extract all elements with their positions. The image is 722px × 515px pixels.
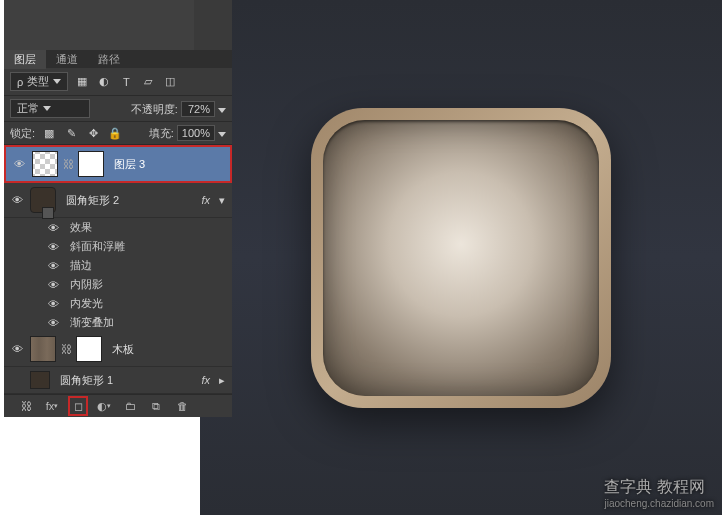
layers-panel: 图层 通道 路径 ρ 类型 ▦ ◐ T ▱ ◫ 正常 不透明度: 72% 锁定:… (4, 0, 232, 417)
layer-row-selected[interactable]: 👁 ⛓ 图层 3 (4, 145, 232, 183)
visibility-icon[interactable]: 👁 (8, 194, 26, 206)
blend-mode-dropdown[interactable]: 正常 (10, 99, 90, 118)
mask-thumb[interactable] (78, 151, 104, 177)
fx-badge[interactable]: fx (201, 194, 216, 206)
fx-item-label: 内发光 (62, 296, 103, 311)
fx-header-label: 效果 (62, 220, 92, 235)
layer-name[interactable]: 圆角矩形 2 (60, 193, 201, 208)
layer-thumb[interactable] (30, 371, 50, 389)
search-icon: ρ (17, 76, 23, 88)
lock-row: 锁定: ▩ ✎ ✥ 🔒 填充: 100% (4, 122, 232, 145)
watermark: 查字典 教程网 jiaocheng.chazidian.com (604, 477, 714, 509)
panel-bottom-bar: ⛓ fx▾ ◻ ◐▾ 🗀 ⧉ 🗑 (4, 394, 232, 417)
visibility-icon[interactable]: 👁 (44, 317, 62, 329)
delete-layer-icon[interactable]: 🗑 (174, 398, 190, 414)
add-mask-icon[interactable]: ◻ (70, 398, 86, 414)
fx-item-label: 描边 (62, 258, 92, 273)
lock-label: 锁定: (10, 126, 35, 141)
lock-brush-icon[interactable]: ✎ (63, 125, 79, 141)
fx-item-row[interactable]: 👁 内发光 (4, 294, 232, 313)
opacity-label: 不透明度: (131, 103, 178, 115)
fill-input[interactable]: 100% (177, 125, 215, 141)
layer-fx-icon[interactable]: fx▾ (44, 398, 60, 414)
filter-kind-label: 类型 (27, 74, 49, 89)
chevron-down-icon[interactable] (218, 132, 226, 137)
tab-paths[interactable]: 路径 (88, 50, 130, 69)
layer-row[interactable]: 👁 ⛓ 木板 (4, 332, 232, 367)
visibility-icon[interactable]: 👁 (44, 241, 62, 253)
filter-row: ρ 类型 ▦ ◐ T ▱ ◫ (4, 68, 232, 96)
layer-row[interactable]: 圆角矩形 1 fx ▸ (4, 367, 232, 394)
canvas-area: 查字典 教程网 jiaocheng.chazidian.com (200, 0, 722, 515)
chevron-down-icon[interactable]: ▾ (216, 194, 228, 207)
chevron-down-icon (43, 106, 51, 111)
fx-header-row[interactable]: 👁 效果 (4, 218, 232, 237)
icon-inner (323, 120, 599, 396)
adjustment-layer-icon[interactable]: ◐▾ (96, 398, 112, 414)
link-icon: ⛓ (60, 343, 72, 355)
visibility-icon[interactable]: 👁 (44, 260, 62, 272)
filter-adjust-icon[interactable]: ◐ (96, 74, 112, 90)
link-icon: ⛓ (62, 158, 74, 170)
fx-item-row[interactable]: 👁 描边 (4, 256, 232, 275)
fill-label: 填充: (149, 127, 174, 139)
visibility-icon[interactable]: 👁 (10, 158, 28, 170)
lock-all-icon[interactable]: 🔒 (107, 125, 123, 141)
fx-item-label: 内阴影 (62, 277, 103, 292)
new-group-icon[interactable]: 🗀 (122, 398, 138, 414)
visibility-icon[interactable]: 👁 (44, 222, 62, 234)
filter-shape-icon[interactable]: ▱ (140, 74, 156, 90)
fx-item-row[interactable]: 👁 内阴影 (4, 275, 232, 294)
mask-thumb[interactable] (76, 336, 102, 362)
panel-top-spacer (4, 0, 194, 50)
visibility-icon[interactable]: 👁 (8, 343, 26, 355)
link-layers-icon[interactable]: ⛓ (18, 398, 34, 414)
chevron-down-icon (53, 79, 61, 84)
blend-row: 正常 不透明度: 72% (4, 96, 232, 122)
icon-artwork (311, 108, 611, 408)
layer-thumb[interactable] (30, 336, 56, 362)
watermark-text: 查字典 教程网 (604, 478, 704, 495)
lock-transparency-icon[interactable]: ▩ (41, 125, 57, 141)
shape-badge (42, 207, 54, 219)
layers-list: 👁 ⛓ 图层 3 👁 圆角矩形 2 fx ▾ 👁 效果 👁 斜面和浮雕 👁 描边 (4, 145, 232, 394)
fx-item-row[interactable]: 👁 渐变叠加 (4, 313, 232, 332)
layer-name[interactable]: 木板 (106, 342, 228, 357)
opacity-group: 不透明度: 72% (131, 101, 226, 117)
fx-item-row[interactable]: 👁 斜面和浮雕 (4, 237, 232, 256)
layer-name[interactable]: 圆角矩形 1 (54, 373, 201, 388)
visibility-icon[interactable]: 👁 (44, 298, 62, 310)
panel-tabs: 图层 通道 路径 (4, 50, 232, 68)
chevron-right-icon[interactable]: ▸ (216, 374, 228, 387)
blend-mode-value: 正常 (17, 101, 39, 116)
tab-layers[interactable]: 图层 (4, 50, 46, 69)
layer-row[interactable]: 👁 圆角矩形 2 fx ▾ (4, 183, 232, 218)
lock-move-icon[interactable]: ✥ (85, 125, 101, 141)
new-layer-icon[interactable]: ⧉ (148, 398, 164, 414)
fx-badge[interactable]: fx (201, 374, 216, 386)
filter-smart-icon[interactable]: ◫ (162, 74, 178, 90)
layer-thumb[interactable] (32, 151, 58, 177)
lock-icons: 锁定: ▩ ✎ ✥ 🔒 (10, 125, 123, 141)
opacity-input[interactable]: 72% (181, 101, 215, 117)
chevron-down-icon[interactable] (218, 108, 226, 113)
fx-item-label: 渐变叠加 (62, 315, 114, 330)
filter-kind-dropdown[interactable]: ρ 类型 (10, 72, 68, 91)
layer-name[interactable]: 图层 3 (108, 157, 226, 172)
visibility-icon[interactable]: 👁 (44, 279, 62, 291)
filter-pixel-icon[interactable]: ▦ (74, 74, 90, 90)
tab-channels[interactable]: 通道 (46, 50, 88, 69)
fill-group: 填充: 100% (149, 125, 226, 141)
filter-type-icon[interactable]: T (118, 74, 134, 90)
fx-item-label: 斜面和浮雕 (62, 239, 125, 254)
watermark-url: jiaocheng.chazidian.com (604, 498, 714, 509)
